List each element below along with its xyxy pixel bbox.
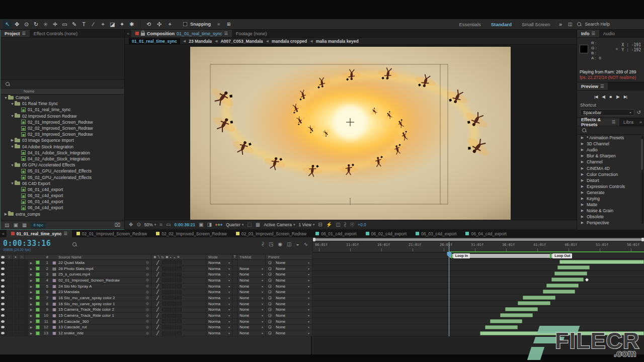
layer-row-2[interactable]: ▶2▤26 Photo Slats.mp4╱Norma▾None▾None▾ [0,266,312,272]
shy-toggle[interactable] [144,279,151,282]
tree-comp-05-02-gpu-accelerated-effects[interactable]: ▦05_02_GPU_Accelerated_Effects [1,174,124,180]
twirl-icon[interactable]: ▶ [580,142,585,146]
switch-header-icon[interactable]: ◒ [174,255,176,259]
switch-cell[interactable] [162,278,167,282]
puppet-pin-tool[interactable]: ✱ [127,20,136,29]
lock-toggle[interactable] [19,289,26,295]
hand-tool[interactable]: ✥ [13,20,21,29]
audio-toggle[interactable] [7,260,13,265]
expand-arrow-icon[interactable]: ▶ [28,320,34,323]
switch-cell[interactable] [177,302,182,306]
timeline-tabs-chevron-icon[interactable]: « [0,230,7,237]
resolution-dropdown[interactable]: Quarter▾ [226,222,244,227]
track-row-7[interactable] [313,295,644,301]
effects-category-channel[interactable]: ▶Channel [577,159,644,165]
lock-toggle[interactable] [19,295,26,301]
shy-toggle[interactable] [144,285,151,288]
breadcrumb-item[interactable]: mandala cropped [272,39,307,44]
pickwhip-icon[interactable] [268,331,272,335]
switch-cell[interactable] [162,319,167,323]
timeline-tab-06_02_c4d_export[interactable]: 06_02_c4d_export [361,230,411,237]
switch-cell[interactable] [162,296,167,300]
solo-toggle[interactable] [13,307,19,313]
graph-editor-icon[interactable]: ∿ [304,241,308,247]
workspace-standard[interactable]: Standard [486,22,517,27]
expand-arrow-icon[interactable]: ▶ [28,308,34,311]
timeline-tab-06_03_c4d_export[interactable]: 06_03_c4d_export [411,230,461,237]
panel-chevron-icon[interactable]: « [125,30,131,37]
roto-brush-tool[interactable]: ✦ [118,20,126,29]
eye-toggle[interactable] [0,313,7,318]
mode-dropdown[interactable]: Norma▾ [206,313,232,318]
pickwhip-icon[interactable] [268,261,272,264]
mode-dropdown[interactable]: Norma▾ [206,319,232,324]
trkmat-dropdown[interactable]: None▾ [237,319,266,324]
audio-toggle[interactable] [7,266,13,272]
switch-cell[interactable] [172,296,177,300]
shy-toggle[interactable] [144,308,151,311]
workspace-overflow-button[interactable]: » [556,20,565,29]
unified-camera-tool[interactable]: ⍟ [41,20,50,29]
bit-depth-button[interactable]: 8 bpc [31,222,46,228]
twirl-icon[interactable]: ▶ [580,203,585,207]
brush-tool[interactable]: ∕ [89,20,98,29]
header-number[interactable]: # [41,255,50,259]
layer-name[interactable]: 13 Cascade_rut [58,325,144,329]
switch-header-icon[interactable]: ▣ [166,255,169,259]
twirl-icon[interactable]: ▼ [10,182,15,185]
eye-toggle[interactable] [0,325,7,330]
expand-arrow-icon[interactable]: ▶ [28,279,34,282]
tree-folder-extra-comps[interactable]: ▶extra_comps [1,211,124,217]
mode-dropdown[interactable]: Norma▾ [206,295,232,301]
audio-toggle[interactable] [7,330,13,336]
loop-out-marker[interactable]: Loop Out [550,253,572,258]
tree-comp-01-01-real-time-sync[interactable]: ▦01_01_real_time_sync [1,107,124,113]
switch-cell[interactable] [162,325,167,329]
layer-switches[interactable]: ╱ [151,295,206,301]
lock-toggle[interactable] [19,330,26,336]
twirl-icon[interactable]: ▶ [580,209,585,213]
track-row-9[interactable] [313,307,644,313]
t-switch[interactable] [232,319,237,324]
switch-cell[interactable] [177,260,182,264]
track-row-11[interactable] [313,318,644,324]
tree-folder-01-real-time-sync[interactable]: ▼01 Real Time Sync [1,101,124,107]
mode-dropdown[interactable]: Norma▾ [206,260,232,265]
orbit-camera-tool[interactable]: ⟲ [144,20,153,29]
pickwhip-icon[interactable] [268,290,272,294]
switch-cell[interactable] [172,319,177,323]
switch-cell[interactable] [167,266,172,270]
twirl-icon[interactable]: ▶ [10,138,15,142]
draft-3d-icon[interactable]: ◳ [269,241,273,247]
trkmat-dropdown[interactable]: None▾ [237,284,266,289]
switch-cell[interactable] [172,302,177,306]
solo-toggle[interactable] [13,278,19,283]
layer-switches[interactable]: ╱ [151,278,206,283]
layer-name[interactable]: 23 Mandala [58,290,144,294]
timeline-search-icon[interactable] [72,242,77,247]
twirl-icon[interactable]: ▼ [4,96,8,100]
layer-switches[interactable]: ╱ [151,260,206,265]
trkmat-dropdown[interactable]: None▾ [237,330,266,336]
mode-dropdown[interactable]: Norma▾ [206,307,232,313]
twirl-icon[interactable]: ▶ [580,160,585,164]
switch-cell[interactable] [167,273,172,277]
layer-duration-bar[interactable] [480,331,644,335]
switch-cell[interactable] [167,260,172,264]
mode-dropdown[interactable]: Norma▾ [206,289,232,295]
t-switch[interactable] [232,325,237,330]
effects-search-field[interactable] [577,126,644,135]
audio-toggle[interactable] [7,325,13,330]
switch-cell[interactable] [167,278,172,282]
switch-cell[interactable] [162,314,167,318]
header-mode[interactable]: Mode [206,254,232,259]
layer-row-9[interactable]: ▶9▦15 Camera_Track_Ride color 2╱Norma▾No… [0,307,312,313]
reset-preview-icon[interactable]: ↺ [637,110,641,115]
audio-toggle[interactable] [7,272,13,277]
t-switch[interactable] [232,260,237,265]
t-switch[interactable] [232,266,237,272]
layer-label-swatch[interactable] [34,319,41,323]
audio-toggle[interactable] [7,289,13,295]
eye-toggle[interactable] [0,289,7,295]
pickwhip-icon[interactable] [268,296,272,300]
